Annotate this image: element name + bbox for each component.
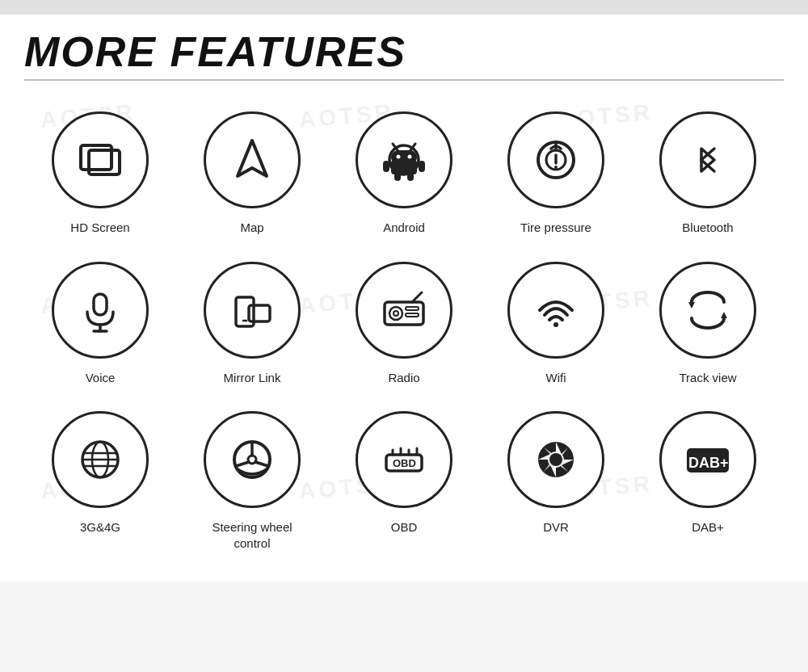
voice-icon-circle (52, 262, 149, 359)
svg-rect-10 (383, 161, 389, 172)
svg-line-30 (412, 292, 422, 302)
top-bar (0, 0, 808, 15)
3g4g-icon-circle (52, 411, 149, 508)
bluetooth-label: Bluetooth (682, 220, 733, 236)
obd-label: OBD (391, 519, 418, 536)
svg-rect-24 (249, 305, 270, 321)
feature-map: Map (176, 100, 328, 242)
tire-pressure-icon (528, 132, 583, 187)
bluetooth-icon-circle (659, 111, 756, 208)
feature-android: Android (328, 100, 480, 242)
svg-point-52 (549, 453, 562, 466)
svg-rect-13 (407, 173, 414, 181)
svg-line-42 (236, 462, 249, 466)
steering-wheel-icon (225, 432, 280, 487)
map-icon (225, 132, 280, 187)
svg-rect-12 (394, 173, 401, 181)
track-view-label: Track view (679, 370, 736, 386)
svg-point-26 (389, 307, 402, 320)
mirror-link-label: Mirror Link (224, 370, 281, 386)
dab-icon: DAB+ (680, 432, 735, 487)
svg-marker-32 (688, 302, 695, 309)
svg-marker-2 (238, 141, 267, 176)
dvr-icon (528, 432, 583, 487)
feature-voice: Voice (24, 250, 176, 393)
svg-rect-5 (391, 150, 417, 165)
feature-dab: DAB+ DAB+ (632, 400, 784, 557)
feature-obd: OBD OBD (328, 400, 480, 557)
page-title: MORE FEATURES (24, 31, 784, 73)
3g4g-icon (73, 432, 128, 487)
svg-point-31 (553, 322, 558, 327)
tire-pressure-label: Tire pressure (520, 220, 591, 236)
feature-radio: Radio (328, 250, 480, 393)
voice-label: Voice (86, 370, 116, 386)
hd-screen-icon (73, 132, 128, 187)
radio-label: Radio (388, 370, 419, 386)
feature-hd-screen: HD Screen (24, 100, 176, 242)
3g4g-label: 3G&4G (80, 519, 120, 536)
bluetooth-icon (680, 132, 735, 187)
feature-bluetooth: Bluetooth (632, 100, 784, 242)
svg-rect-28 (406, 307, 419, 310)
dab-icon-circle: DAB+ (659, 411, 756, 508)
tire-pressure-icon-circle (507, 111, 604, 208)
feature-tire-pressure: Tire pressure (480, 100, 632, 242)
map-label: Map (240, 220, 263, 236)
mirror-link-icon (225, 283, 280, 338)
feature-wifi: Wifi (480, 250, 632, 393)
feature-mirror-link: Mirror Link (176, 250, 328, 393)
map-icon-circle (204, 111, 301, 208)
hd-screen-icon-circle (52, 111, 149, 208)
svg-marker-33 (721, 312, 727, 318)
mirror-link-icon-circle (204, 262, 301, 359)
steering-wheel-label: Steering wheel control (212, 519, 292, 551)
svg-point-7 (408, 155, 412, 159)
obd-icon: OBD (377, 432, 431, 487)
android-icon-circle (356, 111, 452, 208)
obd-icon-circle: OBD (356, 411, 452, 508)
main-content: AOTSR AOTSR AOTSR AOTSR AOTSR AOTSR AOTS… (0, 15, 808, 582)
svg-point-27 (393, 311, 398, 316)
svg-rect-11 (419, 161, 425, 172)
track-view-icon (680, 283, 735, 338)
dvr-icon-circle (507, 411, 604, 508)
divider (24, 79, 784, 81)
svg-point-6 (397, 155, 401, 159)
wifi-icon-circle (507, 262, 604, 359)
wifi-icon (528, 283, 583, 338)
feature-steering-wheel: Steering wheel control (176, 400, 328, 557)
android-icon (377, 132, 431, 187)
track-view-icon-circle (659, 262, 756, 359)
feature-track-view: Track view (632, 250, 784, 393)
svg-point-18 (554, 166, 558, 169)
svg-line-43 (255, 462, 268, 466)
voice-icon (73, 283, 128, 338)
features-grid: HD Screen Map (24, 100, 784, 557)
svg-rect-19 (94, 294, 107, 315)
feature-dvr: DVR (480, 400, 632, 557)
hd-screen-label: HD Screen (70, 220, 129, 236)
dab-label: DAB+ (692, 519, 724, 536)
steering-wheel-icon-circle (204, 411, 301, 508)
svg-text:DAB+: DAB+ (688, 455, 729, 471)
radio-icon-circle (356, 262, 452, 359)
dvr-label: DVR (543, 519, 569, 536)
svg-rect-29 (406, 313, 419, 317)
radio-icon (377, 283, 431, 338)
android-label: Android (383, 220, 425, 236)
wifi-label: Wifi (546, 370, 566, 386)
feature-3g4g: 3G&4G (24, 400, 176, 557)
svg-text:OBD: OBD (393, 457, 416, 469)
